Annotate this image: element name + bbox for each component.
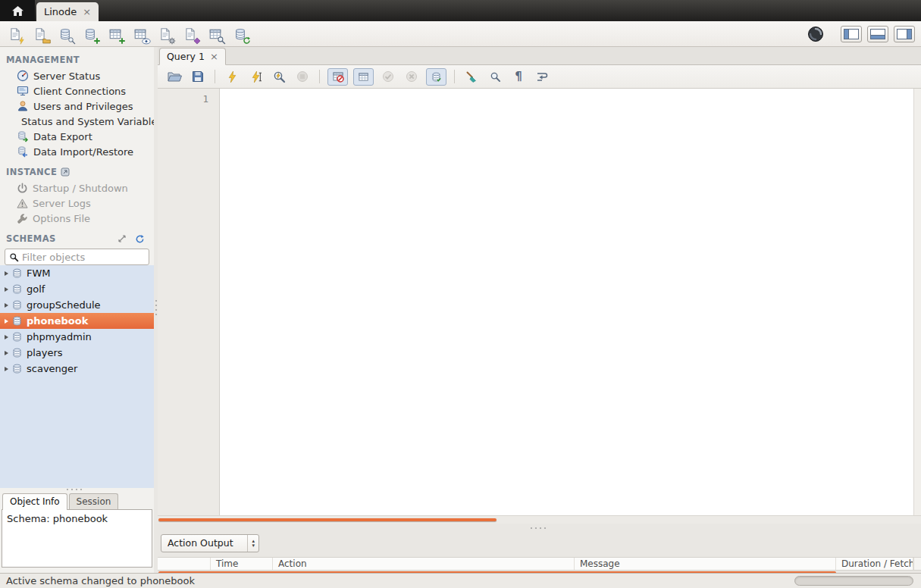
sidebar-item-startup-shutdown[interactable]: Startup / Shutdown (0, 180, 154, 195)
column-header-message[interactable]: Message (575, 558, 836, 570)
wrap-text-button[interactable] (533, 67, 551, 86)
splitter-handle[interactable] (155, 305, 157, 306)
search-data-button[interactable] (206, 25, 224, 43)
schema-icon (11, 347, 23, 358)
toggle-output-area-button[interactable] (867, 26, 888, 42)
sidebar-item-client-connections[interactable]: Client Connections (0, 83, 154, 99)
monitor-icon (17, 85, 29, 97)
schema-row-fwm[interactable]: FWM (0, 265, 154, 281)
schema-row-groupschedule[interactable]: groupSchedule (0, 297, 154, 313)
reconnect-button[interactable] (231, 25, 249, 43)
execute-button[interactable] (223, 67, 241, 86)
open-sql-script-button[interactable] (31, 25, 49, 43)
create-table-button[interactable] (106, 25, 124, 43)
expand-arrow-icon[interactable] (5, 351, 8, 355)
spinner-down-icon: ▾ (252, 543, 255, 548)
editor-horizontal-scrollbar-thumb[interactable] (158, 518, 497, 521)
schema-row-golf[interactable]: golf (0, 281, 154, 297)
schema-filter-input[interactable] (22, 252, 145, 263)
sidebar-item-server-logs[interactable]: Server Logs (0, 195, 154, 211)
output-splitter-handle[interactable] (535, 527, 537, 529)
sidebar-splitter-handle[interactable] (71, 489, 73, 490)
rollback-x-icon (406, 70, 418, 83)
schema-row-players[interactable]: players (0, 345, 154, 361)
sql-editor[interactable]: 1 (158, 89, 921, 515)
new-query-tab-button[interactable] (6, 25, 24, 43)
plus-badge-icon (118, 37, 126, 45)
combo-spinner-icon[interactable]: ▴ ▾ (247, 535, 258, 552)
output-type-select[interactable]: Action Output ▴ ▾ (161, 534, 259, 552)
expand-arrow-icon[interactable] (5, 335, 8, 339)
status-progress (794, 576, 913, 586)
sidebar-item-label: Status and System Variables (21, 116, 154, 127)
schema-row-phpmyadmin[interactable]: phpmyadmin (0, 329, 154, 345)
tab-query-1[interactable]: Query 1 × (159, 48, 226, 65)
column-header-action[interactable]: Action (273, 558, 575, 570)
beautify-button[interactable] (462, 67, 481, 86)
sidebar-item-server-status[interactable]: Server Status (0, 68, 154, 83)
sidebar-item-options-file[interactable]: Options File (0, 211, 154, 226)
folder-badge-icon (42, 36, 51, 45)
schema-name: phpmyadmin (27, 331, 92, 342)
expand-arrow-icon[interactable] (5, 287, 8, 292)
sidebar-item-label: Data Import/Restore (33, 146, 133, 158)
create-function-button[interactable] (181, 25, 199, 43)
refresh-schemas-icon[interactable] (135, 234, 145, 244)
schema-row-phonebook[interactable]: phonebook (0, 313, 154, 329)
schemas-section-title: SCHEMAS (0, 227, 154, 247)
explain-button[interactable] (270, 67, 288, 86)
column-header-time[interactable]: Time (211, 558, 273, 570)
connection-tab-close-icon[interactable]: × (83, 7, 91, 17)
limit-rows-button[interactable] (353, 68, 374, 86)
column-header-duration-fetch[interactable]: Duration / Fetch (836, 558, 913, 570)
management-section-title: MANAGEMENT (0, 48, 154, 68)
editor-horizontal-scrollbar-track[interactable] (158, 515, 921, 524)
find-button[interactable] (486, 67, 504, 86)
stop-button[interactable] (293, 67, 312, 86)
expand-all-icon[interactable] (117, 234, 127, 243)
invisible-chars-button[interactable]: ¶ (509, 67, 528, 86)
open-file-button[interactable] (165, 67, 183, 86)
schema-icon (11, 363, 23, 374)
toggle-stop-on-error-button[interactable] (327, 68, 348, 86)
create-view-button[interactable] (131, 25, 149, 43)
gauge-icon (17, 70, 29, 82)
sidebar-item-users-privileges[interactable]: Users and Privileges (0, 99, 154, 114)
expand-arrow-icon[interactable] (5, 271, 8, 276)
magnifier-badge-icon (217, 36, 226, 45)
editor-vertical-scrollbar[interactable] (913, 89, 921, 515)
create-procedure-button[interactable] (156, 25, 174, 43)
sidebar-item-data-export[interactable]: Data Export (0, 129, 154, 144)
instance-title-label: INSTANCE (6, 167, 57, 177)
execute-current-button[interactable] (246, 67, 265, 86)
connection-tab-linode[interactable]: Linode × (36, 2, 99, 21)
search-icon (9, 252, 19, 262)
sidebar-item-status-system-variables[interactable]: Status and System Variables (0, 114, 154, 129)
schema-filter (5, 249, 149, 265)
sidebar-item-data-import[interactable]: Data Import/Restore (0, 144, 154, 159)
query-tab-close-icon[interactable]: × (210, 52, 218, 61)
toggle-sidebar-button[interactable] (841, 26, 862, 42)
schema-inspector-button[interactable] (56, 25, 74, 43)
output-splitter[interactable] (158, 524, 921, 533)
instance-section: INSTANCE Startup / Shutdown Server Logs … (0, 161, 154, 226)
create-schema-button[interactable] (81, 25, 99, 43)
toggle-secondary-sidebar-button[interactable] (894, 26, 915, 42)
commit-button[interactable] (379, 67, 397, 86)
tab-object-info[interactable]: Object Info (2, 493, 67, 510)
expand-arrow-icon[interactable] (5, 319, 8, 324)
autocommit-toggle-button[interactable] (426, 68, 446, 86)
schema-row-scavenger[interactable]: scavenger (0, 361, 154, 377)
wrap-text-icon (536, 71, 548, 82)
output-selector-bar: Action Output ▴ ▾ (158, 533, 921, 553)
expand-arrow-icon[interactable] (5, 303, 8, 308)
rollback-button[interactable] (403, 67, 421, 86)
save-button[interactable] (189, 67, 207, 86)
tab-session[interactable]: Session (69, 493, 119, 510)
column-header-status-icon[interactable] (158, 558, 211, 570)
editor-text-area[interactable] (220, 89, 913, 515)
refresh-badge-icon (243, 36, 251, 45)
home-tab[interactable] (0, 0, 35, 21)
expand-arrow-icon[interactable] (5, 367, 8, 371)
output-grid-vertical-scrollbar[interactable] (913, 558, 921, 570)
